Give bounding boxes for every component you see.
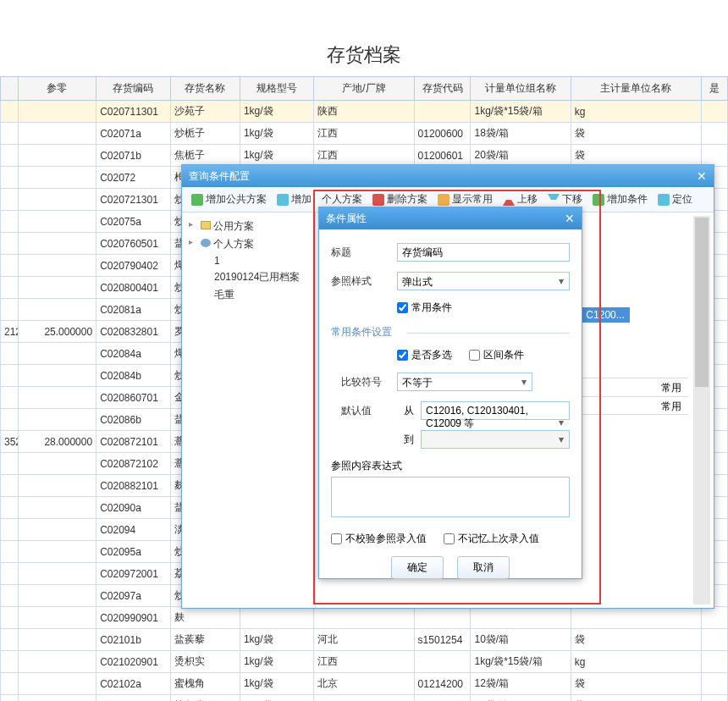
cell: C02102b	[97, 695, 170, 702]
tree-public[interactable]: 公用方案	[187, 218, 310, 235]
col-mainunit[interactable]: 主计量单位名称	[571, 77, 701, 101]
label-to: 到	[397, 433, 414, 447]
cell: C020760501	[97, 233, 170, 255]
col-last[interactable]: 是	[702, 77, 728, 101]
cell	[702, 607, 728, 629]
cell: C020790402	[97, 255, 170, 277]
cell: C02095a	[97, 541, 170, 563]
add-public-button[interactable]: 增加公共方案	[187, 190, 271, 208]
show-common-button[interactable]: 显示常用	[433, 190, 497, 208]
cell: 352	[1, 431, 19, 453]
locate-button[interactable]: 定位	[654, 190, 697, 208]
cell	[702, 145, 728, 167]
col-origin[interactable]: 产地/厂牌	[314, 77, 414, 101]
condition-property-dialog: 条件属性 ✕ 标题 参照样式 弹出式 常用条件 常用条件设置 是否多选 区间条件…	[318, 207, 582, 579]
cell: C020711301	[97, 101, 170, 123]
cell	[18, 255, 97, 277]
cell	[18, 167, 97, 189]
table-row[interactable]: C020711301沙苑子1kg/袋陕西1kg/袋*15袋/箱kg	[1, 101, 728, 123]
table-row[interactable]: C02101b盐蒺藜1kg/袋河北s150125410袋/箱袋	[1, 629, 728, 651]
cell: 12袋/箱	[471, 695, 571, 702]
col-spec[interactable]: 规格型号	[240, 77, 313, 101]
delete-plan-button[interactable]: 删除方案	[368, 190, 432, 208]
dialog-titlebar[interactable]: 条件属性 ✕	[319, 207, 582, 229]
move-down-button[interactable]: 下移	[543, 190, 587, 208]
no-validate-checkbox[interactable]: 不校验参照录入值	[331, 532, 427, 546]
range-condition-checkbox[interactable]: 区间条件	[469, 348, 524, 362]
add-condition-button[interactable]: 增加条件	[588, 190, 652, 208]
cell	[1, 387, 19, 409]
table-row[interactable]: C02102a蜜槐角1kg/袋北京0121420012袋/箱袋	[1, 673, 728, 695]
cell	[1, 651, 19, 673]
cell	[18, 695, 97, 702]
col-unitgroup[interactable]: 计量单位组名称	[471, 77, 571, 101]
table-row[interactable]: C02071a炒栀子1kg/袋江西0120060018袋/箱袋	[1, 123, 728, 145]
folder-icon	[201, 221, 211, 229]
cell	[1, 607, 19, 629]
scrollbar[interactable]	[693, 216, 710, 604]
cell	[1, 629, 19, 651]
cell	[1, 497, 19, 519]
cell	[702, 101, 728, 123]
tree-personal[interactable]: 个人方案	[187, 235, 310, 253]
comparator-combo[interactable]: 不等于	[397, 373, 532, 391]
personal-plan-button[interactable]: 个人方案	[317, 190, 367, 208]
cell: 江西	[314, 123, 414, 145]
window-titlebar[interactable]: 查询条件配置 ✕	[182, 165, 714, 187]
tree-leaf[interactable]: 毛重	[187, 286, 310, 304]
cell: C02084a	[97, 343, 170, 365]
cancel-button[interactable]: 取消	[457, 556, 510, 579]
cell: 1kg/袋	[240, 673, 313, 695]
cell	[414, 607, 471, 629]
cell: C02072	[97, 167, 170, 189]
cell: C020860701	[97, 387, 170, 409]
cell: 01200601	[414, 145, 471, 167]
cell: C020990901	[97, 607, 170, 629]
col-name[interactable]: 存货名称	[170, 77, 240, 101]
cell: C020832801	[97, 321, 170, 343]
col-blank	[1, 77, 19, 101]
ok-button[interactable]: 确定	[391, 556, 444, 579]
table-row[interactable]: C021020901烫枳实1kg/袋江西1kg/袋*15袋/箱kg	[1, 651, 728, 673]
close-icon[interactable]: ✕	[697, 169, 707, 183]
add-button[interactable]: 增加	[273, 190, 316, 208]
table-row[interactable]: C02071b焦栀子1kg/袋江西0120060120袋/箱袋	[1, 145, 728, 167]
default-from-combo[interactable]: C12016, C120130401, C12009 等	[421, 401, 570, 420]
tree-leaf[interactable]: 1	[187, 253, 310, 268]
col-ref[interactable]: 参零	[18, 77, 97, 101]
tree-leaf[interactable]: 20190124已用档案	[187, 268, 310, 286]
cell	[702, 629, 728, 651]
cell: 12袋/箱	[471, 673, 571, 695]
table-row[interactable]: C020990901麸	[1, 607, 728, 629]
label-from: 从	[397, 404, 414, 418]
cell: 袋	[571, 695, 701, 702]
col-code[interactable]: 存货编码	[97, 77, 170, 101]
cell	[18, 519, 97, 541]
cell: C02097a	[97, 585, 170, 607]
scrollbar-thumb[interactable]	[695, 218, 709, 387]
window-title: 查询条件配置	[189, 169, 250, 184]
title-input[interactable]	[397, 243, 570, 262]
cell	[1, 277, 19, 299]
multi-select-checkbox[interactable]: 是否多选	[397, 348, 452, 362]
cell	[1, 453, 19, 475]
common-condition-checkbox[interactable]: 常用条件	[397, 301, 452, 315]
cell	[18, 409, 97, 431]
cell: 北京	[314, 673, 414, 695]
col-stockcode[interactable]: 存货代码	[414, 77, 471, 101]
plus-icon	[191, 194, 203, 206]
cell: C020872102	[97, 453, 170, 475]
move-up-button[interactable]: 上移	[499, 190, 542, 208]
plan-tree: 公用方案 个人方案 1 20190124已用档案 毛重	[182, 213, 316, 608]
no-remember-checkbox[interactable]: 不记忆上次录入值	[444, 532, 539, 546]
cell	[18, 453, 97, 475]
close-icon[interactable]: ✕	[565, 212, 575, 225]
table-row[interactable]: C02102b槐角炭1kg/袋12袋/箱袋	[1, 695, 728, 702]
refstyle-combo[interactable]: 弹出式	[397, 272, 570, 290]
cell: 01214200	[414, 673, 471, 695]
cell	[314, 607, 414, 629]
cell	[1, 365, 19, 387]
expression-textarea[interactable]	[331, 477, 570, 517]
cell	[471, 607, 571, 629]
row-value: 常用	[661, 381, 681, 394]
